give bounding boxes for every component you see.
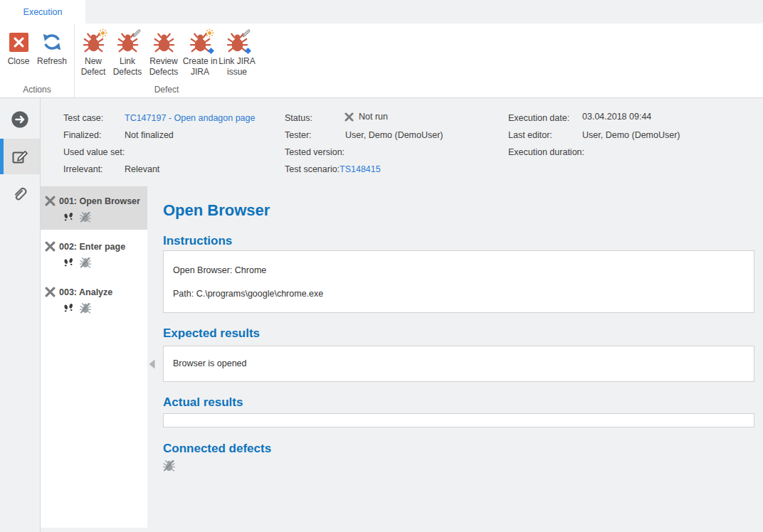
execution-info-panel: Test case: TC147197 - Open andagon page …	[41, 98, 763, 186]
tester-value: User, Demo (DemoUser)	[345, 130, 443, 140]
sidebar-item-edit-execution[interactable]	[0, 139, 40, 174]
last-editor-label: Last editor:	[508, 130, 552, 140]
close-button[interactable]: Close	[4, 23, 33, 67]
execution-date-value: 03.04.2018 09:44	[582, 112, 651, 122]
irrelevant-label: Irrelevant:	[63, 164, 103, 174]
bug-icon	[154, 32, 174, 53]
actual-results-input[interactable]	[163, 413, 754, 427]
ribbon-group-actions-label: Actions	[0, 85, 74, 95]
instructions-line: Path: C.\programs\google\chrome.exe	[173, 289, 744, 299]
sidebar-item-attachments[interactable]	[0, 176, 40, 211]
create-in-jira-button[interactable]: Create in JIRA	[182, 23, 218, 78]
ribbon-group-defect: New Defect Link Defects Review Defects	[74, 23, 258, 97]
step-detail-pane: Open Browser Instructions Open Browser: …	[147, 186, 763, 532]
content-area: Test case: TC147197 - Open andagon page …	[0, 98, 763, 532]
last-editor-value: User, Demo (DemoUser)	[582, 130, 680, 140]
close-icon	[9, 33, 28, 52]
tester-label: Tester:	[285, 130, 312, 140]
edit-icon	[11, 147, 29, 166]
refresh-button-label: Refresh	[37, 56, 67, 67]
execution-window: Execution Close Refresh Actions	[0, 0, 763, 532]
expected-results-heading: Expected results	[163, 326, 260, 341]
refresh-button[interactable]: Refresh	[33, 23, 70, 67]
step-not-run-x-icon	[45, 196, 56, 206]
footprints-icon	[63, 212, 74, 222]
ribbon-group-actions: Close Refresh Actions	[0, 23, 74, 97]
tab-execution-label: Execution	[23, 7, 63, 17]
new-star-icon	[98, 28, 107, 38]
tested-version-label: Tested version:	[285, 147, 344, 157]
pencil-badge-icon	[242, 28, 251, 38]
step-title: 002: Enter page	[59, 242, 125, 252]
collapse-panel-arrow-icon[interactable]	[149, 359, 155, 369]
pencil-badge-icon	[132, 28, 142, 38]
no-defect-icon	[80, 302, 91, 314]
connected-defects-heading: Connected defects	[163, 442, 271, 456]
test-case-label: Test case:	[63, 113, 103, 123]
icon-sidebar	[0, 98, 41, 532]
not-run-x-icon	[344, 112, 354, 122]
step-not-run-x-icon	[45, 241, 56, 252]
instructions-box: Open Browser: Chrome Path: C.\programs\g…	[163, 250, 754, 313]
jira-diamond-icon	[244, 47, 252, 55]
tab-execution[interactable]: Execution	[0, 0, 85, 23]
link-defects-label: Link Defects	[110, 56, 145, 78]
tab-bar: Execution	[0, 0, 763, 23]
sidebar-item-go-to[interactable]	[0, 102, 40, 137]
status-text: Not run	[359, 112, 388, 122]
review-defects-button[interactable]: Review Defects	[145, 23, 182, 78]
new-defect-label: New Defect	[77, 56, 110, 78]
jira-diamond-icon	[207, 47, 215, 55]
step-title: 003: Analyze	[59, 287, 112, 297]
new-defect-button[interactable]: New Defect	[77, 23, 110, 78]
test-scenario-label: Test scenario:	[285, 164, 340, 174]
used-value-set-label: Used value set:	[63, 147, 125, 157]
ribbon-toolbar: Close Refresh Actions New Defect	[0, 23, 763, 98]
test-scenario-link[interactable]: TS148415	[340, 164, 381, 174]
instructions-line: Open Browser: Chrome	[173, 265, 744, 275]
execution-duration-label: Execution duration:	[508, 147, 584, 157]
no-connected-defect-icon	[163, 459, 175, 472]
irrelevant-value: Relevant	[125, 164, 159, 174]
step-list: 001: Open Browser 002: Enter page	[41, 186, 147, 528]
execution-date-label: Execution date:	[508, 113, 569, 123]
link-defects-button[interactable]: Link Defects	[110, 23, 145, 78]
status-value: Not run	[344, 112, 388, 122]
finalized-label: Finalized:	[63, 130, 102, 140]
test-case-link[interactable]: TC147197 - Open andagon page	[125, 113, 255, 123]
finalized-value: Not finalized	[125, 130, 174, 140]
close-button-label: Close	[8, 56, 30, 67]
step-not-run-x-icon	[45, 287, 56, 297]
refresh-icon	[42, 32, 62, 52]
footprints-icon	[63, 303, 74, 313]
step-title: 001: Open Browser	[59, 196, 140, 206]
status-label: Status:	[285, 113, 312, 123]
step-detail-title: Open Browser	[163, 201, 270, 220]
instructions-heading: Instructions	[163, 234, 232, 248]
step-item-002[interactable]: 002: Enter page	[41, 232, 147, 277]
circle-arrow-icon	[11, 110, 29, 129]
step-item-001[interactable]: 001: Open Browser	[41, 186, 147, 230]
link-jira-issue-label: Link JIRA issue	[218, 56, 256, 78]
actual-results-heading: Actual results	[163, 395, 243, 410]
ribbon-group-defect-label: Defect	[75, 85, 258, 95]
expected-results-text: Browser is opened	[173, 358, 744, 368]
create-in-jira-label: Create in JIRA	[182, 56, 218, 78]
link-jira-issue-button[interactable]: Link JIRA issue	[218, 23, 256, 78]
new-star-icon	[205, 28, 214, 38]
no-defect-icon	[80, 211, 91, 223]
step-item-003[interactable]: 003: Analyze	[41, 277, 147, 323]
review-defects-label: Review Defects	[145, 56, 182, 78]
no-defect-icon	[80, 257, 91, 268]
footprints-icon	[63, 257, 74, 267]
paperclip-icon	[11, 184, 29, 203]
expected-results-box: Browser is opened	[163, 346, 754, 382]
